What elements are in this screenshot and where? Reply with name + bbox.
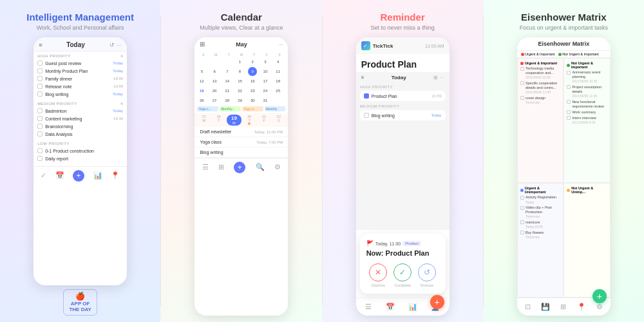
q1-item[interactable]: Technology media cooperation and... 2021… (520, 66, 561, 80)
cal-cell[interactable] (274, 96, 283, 105)
calendar-list-item[interactable]: Blog writing (194, 147, 288, 158)
q2-item[interactable]: New functional requirements review (567, 100, 607, 109)
task-checkbox[interactable] (37, 84, 43, 89)
week-cell[interactable]: 21F (258, 115, 271, 126)
cal-cell[interactable]: 13 (210, 77, 219, 86)
q3-item[interactable]: Video clip + Post Production Tomorrow (520, 205, 561, 219)
task-item[interactable]: Guest post review Today (37, 59, 123, 67)
nav-stats-icon[interactable]: 📊 (93, 171, 102, 180)
q3-item[interactable]: manicure Today 08:30 (520, 220, 561, 229)
q3-item[interactable]: Activity Registration Today (520, 195, 561, 204)
nav-checkmark-icon[interactable]: ✓ (41, 171, 46, 180)
columns-icon[interactable]: ⊞ (433, 75, 438, 80)
cal-cell[interactable]: 8 (236, 67, 245, 76)
add-task-button[interactable]: + (73, 170, 84, 182)
task-item[interactable]: 0-1 Product construction (37, 147, 123, 155)
nav-location-icon[interactable]: 📍 (111, 171, 120, 180)
cal-cell-today[interactable]: 9 (248, 67, 257, 76)
week-cell-active[interactable]: 19W (227, 115, 242, 126)
fab-add-button[interactable]: + (430, 295, 444, 309)
complete-button[interactable]: ✓ (393, 263, 412, 281)
cal-cell[interactable]: 4 (274, 57, 283, 66)
q3-checkbox[interactable] (520, 196, 524, 200)
cal-cell[interactable]: 23 (248, 86, 257, 95)
task-checkbox[interactable] (37, 116, 43, 121)
task-checkbox[interactable] (37, 68, 43, 73)
more-options-icon[interactable]: ··· (278, 41, 283, 48)
snooze-button[interactable]: ↺ (418, 263, 436, 281)
cal-cell[interactable]: 29 (236, 96, 245, 105)
q2-item[interactable]: Intern interview 2021/06/06 9:00 (567, 116, 607, 125)
cal-cell[interactable]: 19 (197, 86, 206, 95)
task-checkbox[interactable] (37, 76, 43, 81)
snooze-action[interactable]: ↺ Snooze (418, 263, 436, 287)
task-checkbox[interactable] (364, 113, 369, 118)
cal-cell[interactable]: 26 (197, 96, 206, 105)
cal-cell[interactable]: 3 (261, 57, 270, 66)
fab-add-button[interactable]: + (592, 289, 607, 303)
q2-checkbox[interactable] (567, 71, 571, 75)
dismiss-button[interactable]: ✕ (369, 263, 387, 281)
nav-grid-icon[interactable]: ⊞ (560, 303, 566, 311)
cal-cell[interactable]: 15 (236, 77, 245, 86)
nav-settings-icon[interactable]: ⚙ (596, 303, 603, 311)
add-event-button[interactable]: + (234, 162, 245, 173)
more-icon[interactable]: ··· (440, 75, 444, 80)
task-item[interactable]: Brainstorming (37, 122, 123, 130)
week-cell[interactable]: 17M (197, 115, 211, 126)
task-checkbox[interactable] (37, 124, 43, 129)
q3-item[interactable]: Buy flowers Tomorrow (520, 231, 561, 240)
cal-cell[interactable] (223, 57, 232, 66)
task-checkbox[interactable] (37, 148, 43, 153)
cal-cell[interactable]: 7 (223, 67, 232, 76)
task-item[interactable]: Monthly Product Plan Today (37, 67, 123, 75)
task-item-high[interactable]: Product Plan 11:53 (360, 91, 446, 101)
cal-cell[interactable]: 24 (261, 86, 270, 95)
q1-checkbox[interactable] (520, 96, 524, 100)
cal-cell[interactable]: 5 (197, 67, 206, 76)
hamburger-icon[interactable]: ≡ (361, 75, 365, 80)
q1-checkbox[interactable] (520, 81, 524, 85)
cal-cell[interactable]: 17 (261, 77, 270, 86)
cal-cell[interactable]: 2 (248, 57, 257, 66)
refresh-icon[interactable]: ↺ (109, 42, 115, 48)
q1-item[interactable]: Specific cooperation details and contrs.… (520, 81, 561, 95)
q1-checkbox[interactable] (520, 67, 524, 71)
nav-grid-icon[interactable]: ⊞ (218, 163, 224, 171)
q2-item[interactable]: Anniversary event planning 2021/06/06 10… (567, 70, 607, 84)
week-cell[interactable]: 18T (212, 115, 225, 126)
cal-cell[interactable]: 25 (274, 86, 283, 95)
q1-item[interactable]: cover design Tomorrow (520, 96, 561, 105)
task-item[interactable]: Daily report (37, 155, 123, 162)
week-cell[interactable]: 20T (243, 115, 256, 126)
q2-checkbox[interactable] (567, 85, 571, 89)
cal-cell[interactable] (210, 57, 219, 66)
task-item[interactable]: Blog writing Today (37, 90, 123, 98)
nav-list-icon[interactable]: ☰ (365, 303, 372, 311)
nav-list-icon[interactable]: ☰ (202, 163, 209, 171)
cal-cell[interactable] (197, 57, 206, 66)
nav-share-icon[interactable]: ⊡ (525, 303, 531, 311)
cal-cell[interactable]: 16 (248, 77, 257, 86)
dismiss-action[interactable]: ✕ Dismiss (369, 263, 387, 287)
nav-calendar-icon[interactable]: 📅 (386, 303, 395, 311)
task-item[interactable]: Badminton Today (37, 107, 123, 115)
calendar-list-item[interactable]: Draft newsletter Today, 11:00 PM (194, 127, 288, 137)
nav-location-icon[interactable]: 📍 (577, 303, 586, 311)
task-checkbox[interactable] (37, 156, 43, 161)
q3-checkbox[interactable] (520, 220, 524, 224)
nav-settings-icon[interactable]: ⚙ (274, 163, 281, 171)
cal-cell[interactable]: 20 (210, 86, 219, 95)
q2-checkbox[interactable] (567, 110, 571, 114)
task-item-medium[interactable]: Blog writing Today (360, 110, 446, 120)
cal-cell[interactable]: 28 (223, 96, 232, 105)
q3-checkbox[interactable] (520, 231, 524, 234)
cal-cell[interactable]: 27 (210, 96, 219, 105)
calendar-grid-icon[interactable]: ⊞ (200, 41, 205, 48)
cal-cell[interactable]: 1 (236, 57, 245, 66)
cal-cell[interactable]: 6 (210, 67, 219, 76)
q2-item[interactable]: Project resumption details 2021/06/06 11… (567, 85, 607, 99)
cal-cell[interactable]: 10 (261, 67, 270, 76)
more-icon[interactable]: ··· (117, 42, 122, 48)
week-cell[interactable]: 22S (272, 115, 286, 126)
